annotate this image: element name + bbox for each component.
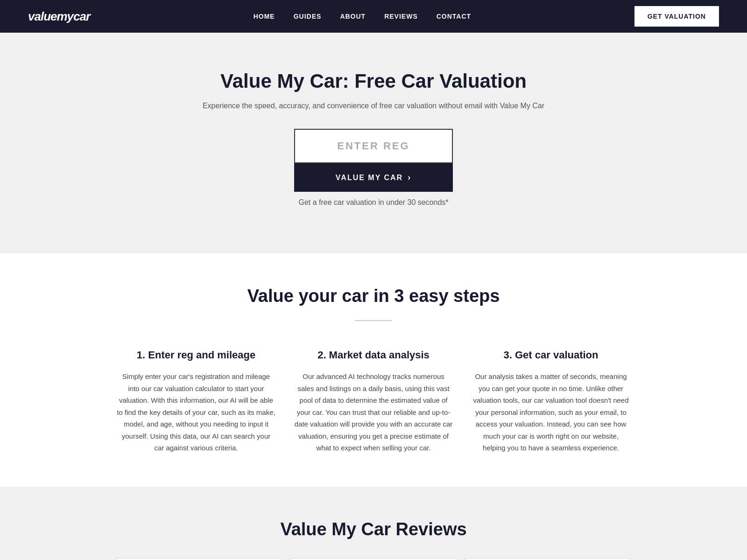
nav-item-reviews[interactable]: REVIEWS <box>384 13 418 20</box>
nav-links: HOME GUIDES ABOUT REVIEWS CONTACT <box>254 12 471 21</box>
hero-section: Value My Car: Free Car Valuation Experie… <box>0 33 747 253</box>
value-my-car-label: VALUE MY CAR <box>336 174 403 182</box>
step-1-title: 1. Enter reg and mileage <box>117 349 275 361</box>
nav-logo[interactable]: valuemycar <box>28 9 90 24</box>
value-my-car-button[interactable]: VALUE MY CAR › <box>294 163 453 192</box>
nav-item-about[interactable]: ABOUT <box>340 13 366 20</box>
steps-title: Value your car in 3 easy steps <box>37 286 710 306</box>
hero-subtitle: Experience the speed, accuracy, and conv… <box>9 102 738 110</box>
step-3: 3. Get car valuation Our analysis takes … <box>472 349 630 454</box>
step-2-title: 2. Market data analysis <box>294 349 453 361</box>
steps-section: Value your car in 3 easy steps 1. Enter … <box>0 253 747 487</box>
step-2-description: Our advanced AI technology tracks numero… <box>294 371 453 454</box>
review-card-2: Craig Hilton The valuation was fair but … <box>291 558 456 560</box>
navbar: valuemycar HOME GUIDES ABOUT REVIEWS CON… <box>0 0 747 33</box>
step-2: 2. Market data analysis Our advanced AI … <box>294 349 453 454</box>
hero-title: Value My Car: Free Car Valuation <box>9 70 738 92</box>
hero-note: Get a free car valuation in under 30 sec… <box>9 198 738 207</box>
arrow-icon: › <box>408 173 411 182</box>
nav-item-guides[interactable]: GUIDES <box>294 13 322 20</box>
steps-grid: 1. Enter reg and mileage Simply enter yo… <box>117 349 630 454</box>
reviews-grid: Paul White Got a car valuation on the we… <box>117 558 630 560</box>
review-card-3: Daniel Ball The valuation from Value My … <box>465 558 630 560</box>
nav-item-contact[interactable]: CONTACT <box>437 13 471 20</box>
reviews-section: Value My Car Reviews Paul White Got a ca… <box>0 487 747 560</box>
steps-divider <box>355 320 392 321</box>
reviews-title: Value My Car Reviews <box>37 519 710 539</box>
nav-item-home[interactable]: HOME <box>254 13 275 20</box>
review-card-1: Paul White Got a car valuation on the we… <box>117 558 282 560</box>
get-valuation-button[interactable]: GET VALUATION <box>634 6 719 27</box>
step-1: 1. Enter reg and mileage Simply enter yo… <box>117 349 275 454</box>
step-1-description: Simply enter your car's registration and… <box>117 371 275 454</box>
step-3-title: 3. Get car valuation <box>472 349 630 361</box>
reg-input[interactable] <box>294 129 453 163</box>
step-3-description: Our analysis takes a matter of seconds, … <box>472 371 630 454</box>
